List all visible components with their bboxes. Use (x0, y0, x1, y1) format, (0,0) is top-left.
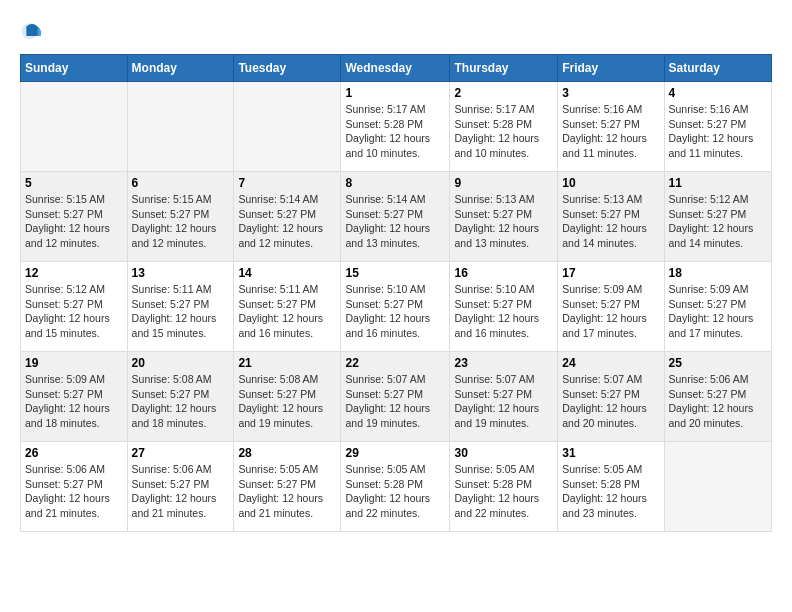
header-day-friday: Friday (558, 55, 664, 82)
day-number: 27 (132, 446, 230, 460)
day-number: 10 (562, 176, 659, 190)
header-row: SundayMondayTuesdayWednesdayThursdayFrid… (21, 55, 772, 82)
day-cell: 24Sunrise: 5:07 AM Sunset: 5:27 PM Dayli… (558, 352, 664, 442)
day-cell: 12Sunrise: 5:12 AM Sunset: 5:27 PM Dayli… (21, 262, 128, 352)
day-cell: 23Sunrise: 5:07 AM Sunset: 5:27 PM Dayli… (450, 352, 558, 442)
week-row-5: 26Sunrise: 5:06 AM Sunset: 5:27 PM Dayli… (21, 442, 772, 532)
day-cell: 2Sunrise: 5:17 AM Sunset: 5:28 PM Daylig… (450, 82, 558, 172)
day-number: 2 (454, 86, 553, 100)
day-cell (127, 82, 234, 172)
day-cell: 20Sunrise: 5:08 AM Sunset: 5:27 PM Dayli… (127, 352, 234, 442)
day-number: 30 (454, 446, 553, 460)
day-cell: 18Sunrise: 5:09 AM Sunset: 5:27 PM Dayli… (664, 262, 771, 352)
day-number: 8 (345, 176, 445, 190)
day-cell: 1Sunrise: 5:17 AM Sunset: 5:28 PM Daylig… (341, 82, 450, 172)
day-info: Sunrise: 5:08 AM Sunset: 5:27 PM Dayligh… (238, 372, 336, 431)
day-number: 24 (562, 356, 659, 370)
header-day-monday: Monday (127, 55, 234, 82)
day-info: Sunrise: 5:09 AM Sunset: 5:27 PM Dayligh… (562, 282, 659, 341)
day-info: Sunrise: 5:08 AM Sunset: 5:27 PM Dayligh… (132, 372, 230, 431)
day-info: Sunrise: 5:15 AM Sunset: 5:27 PM Dayligh… (132, 192, 230, 251)
day-info: Sunrise: 5:05 AM Sunset: 5:28 PM Dayligh… (562, 462, 659, 521)
week-row-1: 1Sunrise: 5:17 AM Sunset: 5:28 PM Daylig… (21, 82, 772, 172)
day-cell: 28Sunrise: 5:05 AM Sunset: 5:27 PM Dayli… (234, 442, 341, 532)
day-info: Sunrise: 5:05 AM Sunset: 5:28 PM Dayligh… (345, 462, 445, 521)
day-cell: 9Sunrise: 5:13 AM Sunset: 5:27 PM Daylig… (450, 172, 558, 262)
day-cell: 14Sunrise: 5:11 AM Sunset: 5:27 PM Dayli… (234, 262, 341, 352)
day-info: Sunrise: 5:13 AM Sunset: 5:27 PM Dayligh… (454, 192, 553, 251)
day-cell: 10Sunrise: 5:13 AM Sunset: 5:27 PM Dayli… (558, 172, 664, 262)
day-number: 12 (25, 266, 123, 280)
day-info: Sunrise: 5:07 AM Sunset: 5:27 PM Dayligh… (454, 372, 553, 431)
day-cell: 29Sunrise: 5:05 AM Sunset: 5:28 PM Dayli… (341, 442, 450, 532)
day-number: 22 (345, 356, 445, 370)
day-cell: 30Sunrise: 5:05 AM Sunset: 5:28 PM Dayli… (450, 442, 558, 532)
day-cell: 25Sunrise: 5:06 AM Sunset: 5:27 PM Dayli… (664, 352, 771, 442)
day-cell: 19Sunrise: 5:09 AM Sunset: 5:27 PM Dayli… (21, 352, 128, 442)
day-number: 21 (238, 356, 336, 370)
day-number: 18 (669, 266, 767, 280)
day-cell (21, 82, 128, 172)
header-day-sunday: Sunday (21, 55, 128, 82)
day-cell (664, 442, 771, 532)
day-cell: 27Sunrise: 5:06 AM Sunset: 5:27 PM Dayli… (127, 442, 234, 532)
day-cell: 31Sunrise: 5:05 AM Sunset: 5:28 PM Dayli… (558, 442, 664, 532)
day-info: Sunrise: 5:15 AM Sunset: 5:27 PM Dayligh… (25, 192, 123, 251)
day-number: 11 (669, 176, 767, 190)
day-cell: 22Sunrise: 5:07 AM Sunset: 5:27 PM Dayli… (341, 352, 450, 442)
day-info: Sunrise: 5:16 AM Sunset: 5:27 PM Dayligh… (669, 102, 767, 161)
day-cell: 6Sunrise: 5:15 AM Sunset: 5:27 PM Daylig… (127, 172, 234, 262)
day-info: Sunrise: 5:06 AM Sunset: 5:27 PM Dayligh… (669, 372, 767, 431)
calendar-table: SundayMondayTuesdayWednesdayThursdayFrid… (20, 54, 772, 532)
day-cell: 7Sunrise: 5:14 AM Sunset: 5:27 PM Daylig… (234, 172, 341, 262)
day-cell: 3Sunrise: 5:16 AM Sunset: 5:27 PM Daylig… (558, 82, 664, 172)
day-number: 17 (562, 266, 659, 280)
page-header (20, 20, 772, 44)
day-cell: 15Sunrise: 5:10 AM Sunset: 5:27 PM Dayli… (341, 262, 450, 352)
day-info: Sunrise: 5:16 AM Sunset: 5:27 PM Dayligh… (562, 102, 659, 161)
day-info: Sunrise: 5:09 AM Sunset: 5:27 PM Dayligh… (669, 282, 767, 341)
day-info: Sunrise: 5:14 AM Sunset: 5:27 PM Dayligh… (238, 192, 336, 251)
day-number: 31 (562, 446, 659, 460)
day-info: Sunrise: 5:06 AM Sunset: 5:27 PM Dayligh… (132, 462, 230, 521)
day-number: 23 (454, 356, 553, 370)
day-info: Sunrise: 5:06 AM Sunset: 5:27 PM Dayligh… (25, 462, 123, 521)
day-number: 25 (669, 356, 767, 370)
logo (20, 20, 48, 44)
day-info: Sunrise: 5:11 AM Sunset: 5:27 PM Dayligh… (132, 282, 230, 341)
day-number: 7 (238, 176, 336, 190)
day-number: 6 (132, 176, 230, 190)
day-number: 19 (25, 356, 123, 370)
header-day-saturday: Saturday (664, 55, 771, 82)
week-row-2: 5Sunrise: 5:15 AM Sunset: 5:27 PM Daylig… (21, 172, 772, 262)
day-cell: 4Sunrise: 5:16 AM Sunset: 5:27 PM Daylig… (664, 82, 771, 172)
day-number: 20 (132, 356, 230, 370)
day-number: 4 (669, 86, 767, 100)
day-number: 15 (345, 266, 445, 280)
logo-icon (20, 20, 44, 44)
day-number: 9 (454, 176, 553, 190)
day-number: 26 (25, 446, 123, 460)
day-info: Sunrise: 5:05 AM Sunset: 5:28 PM Dayligh… (454, 462, 553, 521)
week-row-3: 12Sunrise: 5:12 AM Sunset: 5:27 PM Dayli… (21, 262, 772, 352)
day-number: 1 (345, 86, 445, 100)
day-info: Sunrise: 5:13 AM Sunset: 5:27 PM Dayligh… (562, 192, 659, 251)
day-cell: 5Sunrise: 5:15 AM Sunset: 5:27 PM Daylig… (21, 172, 128, 262)
day-info: Sunrise: 5:09 AM Sunset: 5:27 PM Dayligh… (25, 372, 123, 431)
day-info: Sunrise: 5:11 AM Sunset: 5:27 PM Dayligh… (238, 282, 336, 341)
header-day-thursday: Thursday (450, 55, 558, 82)
day-number: 14 (238, 266, 336, 280)
day-number: 16 (454, 266, 553, 280)
day-info: Sunrise: 5:12 AM Sunset: 5:27 PM Dayligh… (25, 282, 123, 341)
day-info: Sunrise: 5:17 AM Sunset: 5:28 PM Dayligh… (345, 102, 445, 161)
day-number: 29 (345, 446, 445, 460)
day-cell: 16Sunrise: 5:10 AM Sunset: 5:27 PM Dayli… (450, 262, 558, 352)
day-info: Sunrise: 5:07 AM Sunset: 5:27 PM Dayligh… (345, 372, 445, 431)
day-info: Sunrise: 5:07 AM Sunset: 5:27 PM Dayligh… (562, 372, 659, 431)
day-info: Sunrise: 5:12 AM Sunset: 5:27 PM Dayligh… (669, 192, 767, 251)
day-info: Sunrise: 5:14 AM Sunset: 5:27 PM Dayligh… (345, 192, 445, 251)
day-cell: 8Sunrise: 5:14 AM Sunset: 5:27 PM Daylig… (341, 172, 450, 262)
day-number: 13 (132, 266, 230, 280)
day-info: Sunrise: 5:10 AM Sunset: 5:27 PM Dayligh… (345, 282, 445, 341)
day-cell: 13Sunrise: 5:11 AM Sunset: 5:27 PM Dayli… (127, 262, 234, 352)
